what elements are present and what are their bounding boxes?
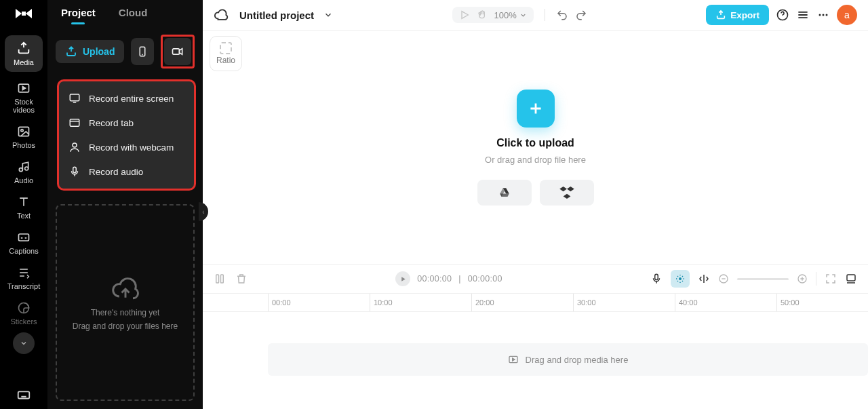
upload-title: Click to upload [496, 137, 574, 149]
dropbox-button[interactable] [540, 180, 594, 206]
cloud-sync-icon[interactable] [214, 7, 229, 22]
user-avatar[interactable]: a [837, 5, 857, 25]
time-current: 00:00:00 [417, 274, 452, 284]
svg-rect-18 [216, 275, 219, 283]
time-separator: | [458, 274, 461, 284]
svg-point-21 [679, 277, 682, 280]
rail-stock-videos[interactable]: Stock videos [5, 76, 43, 119]
timeline-tracks[interactable]: Drag and drop media here [203, 312, 868, 409]
empty-title: There's nothing yet [91, 308, 160, 317]
rail-audio[interactable]: Audio [5, 155, 43, 190]
preview-controls: 100% [452, 7, 534, 23]
play-preview-icon[interactable] [459, 9, 470, 20]
phone-import-button[interactable] [131, 38, 154, 65]
main-area: Untitled project 100% Export a [203, 0, 868, 409]
panel-tabs: Project Cloud [47, 0, 203, 24]
zoom-level[interactable]: 100% [494, 10, 527, 20]
monitor-icon [68, 92, 81, 104]
person-icon [68, 141, 81, 153]
rail-label: Audio [14, 176, 33, 184]
dropbox-icon [559, 187, 574, 199]
split-icon[interactable] [214, 273, 226, 285]
ruler-tick: 30:00 [573, 294, 596, 311]
rail-label: Media [14, 58, 34, 66]
record-button-highlighted [161, 35, 195, 69]
menu-item-label: Record entire screen [89, 94, 174, 104]
dock-icon[interactable] [845, 273, 857, 285]
redo-icon[interactable] [575, 9, 587, 21]
svg-rect-7 [18, 391, 30, 398]
microphone-icon [68, 165, 81, 178]
more-icon[interactable] [816, 8, 830, 22]
google-drive-button[interactable] [477, 180, 532, 206]
svg-rect-10 [70, 94, 79, 101]
export-label: Export [730, 10, 760, 20]
tab-cloud[interactable]: Cloud [119, 7, 148, 24]
svg-rect-11 [70, 119, 79, 127]
auto-captions-icon[interactable] [671, 270, 690, 288]
rail-label: Captions [9, 247, 38, 255]
rail-label: Stock videos [5, 98, 43, 114]
time-total: 00:00:00 [468, 274, 502, 284]
rail-text[interactable]: Text [5, 190, 43, 225]
rail-media[interactable]: Media [5, 35, 43, 72]
timeline-ruler[interactable]: 00:00 10:00 20:00 30:00 40:00 50:00 [203, 293, 868, 312]
svg-point-2 [21, 130, 23, 132]
svg-rect-1 [19, 128, 29, 136]
menu-item-label: Record tab [89, 118, 134, 128]
panel-toolbar: Upload [47, 24, 203, 75]
record-webcam[interactable]: Record with webcam [63, 137, 190, 157]
upload-button[interactable]: Upload [56, 40, 124, 63]
timeline-drop-hint[interactable]: Drag and drop media here [268, 343, 868, 376]
zoom-out-icon[interactable] [718, 273, 729, 284]
rail-transcript[interactable]: Transcript [5, 260, 43, 296]
rail-expand-button[interactable] [13, 332, 35, 354]
menu-item-label: Record audio [89, 167, 143, 177]
undo-icon[interactable] [556, 9, 568, 21]
tab-project[interactable]: Project [61, 7, 96, 24]
svg-rect-24 [847, 275, 855, 281]
timeline-play-button[interactable] [395, 271, 410, 286]
empty-sub: Drag and drop your files here [73, 322, 178, 331]
fullscreen-icon[interactable] [825, 273, 837, 285]
rail-captions[interactable]: Captions [5, 225, 43, 260]
rail-stickers[interactable]: Stickers [5, 296, 43, 331]
cloud-sources [477, 180, 594, 206]
upload-zone: Click to upload Or drag and drop file he… [477, 90, 594, 206]
ruler-tick: 40:00 [675, 294, 698, 311]
record-tab[interactable]: Record tab [63, 113, 190, 133]
tab-icon [68, 117, 81, 129]
svg-rect-20 [655, 274, 658, 279]
help-icon[interactable] [776, 8, 789, 22]
ratio-icon [220, 42, 232, 54]
project-caret-icon[interactable] [323, 10, 333, 20]
media-panel: Project Cloud Upload Record entire scree… [47, 0, 203, 409]
svg-point-16 [823, 14, 825, 16]
ratio-button[interactable]: Ratio [210, 36, 242, 71]
project-title[interactable]: Untitled project [239, 9, 314, 21]
ratio-label: Ratio [216, 56, 235, 65]
rail-keyboard-icon[interactable] [5, 387, 43, 402]
record-entire-screen[interactable]: Record entire screen [63, 88, 190, 109]
export-button[interactable]: Export [706, 5, 769, 25]
cut-mode-icon[interactable] [698, 273, 710, 285]
upload-plus-button[interactable] [517, 90, 555, 128]
delete-icon[interactable] [235, 273, 248, 285]
panel-dropzone[interactable]: There's nothing yet Drag and drop your f… [56, 204, 195, 401]
zoom-in-icon[interactable] [797, 273, 808, 284]
voiceover-icon[interactable] [650, 273, 663, 285]
hand-tool-icon[interactable] [477, 9, 488, 20]
google-drive-icon [498, 187, 511, 199]
record-button[interactable] [164, 38, 191, 65]
record-audio[interactable]: Record audio [63, 161, 190, 182]
menu-item-label: Record with webcam [89, 142, 174, 153]
topbar: Untitled project 100% Export a [203, 0, 868, 31]
media-icon [508, 354, 519, 365]
export-icon [715, 9, 726, 20]
rail-photos[interactable]: Photos [5, 119, 43, 155]
timeline-toolbar: 00:00:00 | 00:00:00 [203, 265, 868, 293]
left-rail: Media Stock videos Photos Audio Text Cap… [0, 0, 47, 409]
layout-icon[interactable] [796, 8, 810, 22]
svg-rect-19 [221, 275, 224, 283]
zoom-slider[interactable] [737, 278, 789, 280]
